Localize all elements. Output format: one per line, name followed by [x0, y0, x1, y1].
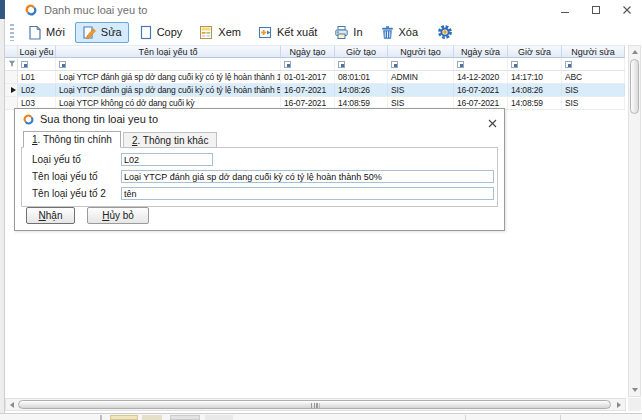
grid-cell: Loại YTCP đánh giá sp dở dang cuối kỳ có… [56, 84, 281, 96]
toolbar-edit-button[interactable]: Sửa [75, 22, 129, 43]
grid-cell: 01-01-2017 [281, 71, 335, 83]
ten-loai-yeu-to-2-label: Tên loại yếu tố 2 [32, 188, 121, 199]
grid-cell: L01 [18, 71, 56, 83]
grid-cell: 14:08:26 [508, 84, 562, 96]
edit-icon [82, 25, 97, 40]
toolbar-view-label: Xem [218, 26, 241, 38]
filter-box-icon [338, 61, 345, 68]
grid-header-nguoi-tao[interactable]: Người tạo [388, 45, 454, 58]
dialog-title: Sua thong tin loai yeu to [40, 113, 158, 125]
toolbar-view-button[interactable]: Xem [192, 22, 248, 43]
scroll-up-arrow-icon[interactable] [629, 46, 640, 58]
grid-cell: 14:08:59 [508, 97, 562, 109]
background-artifact [170, 415, 200, 420]
background-artifact [110, 415, 138, 420]
grid-header-loai-yeu[interactable]: Loại yếu [18, 45, 56, 58]
edit-dialog: Sua thong tin loai yeu to 1. Thông tin c… [14, 108, 505, 231]
dialog-groupbox: Loại yếu tố Tên loại yếu tố Tên loại yếu… [21, 147, 498, 207]
window-title: Danh muc loai yeu to [44, 4, 147, 16]
scrollbar-grip-icon [310, 403, 319, 408]
grid-filter-row [5, 58, 625, 71]
horizontal-scrollbar-thumb[interactable] [18, 400, 611, 409]
ten-loai-yeu-to-input[interactable] [121, 170, 494, 183]
print-icon [334, 25, 349, 40]
filter-cell[interactable] [454, 58, 508, 70]
table-row-selected[interactable]: L02 Loại YTCP đánh giá sp dở dang cuối k… [5, 84, 625, 97]
field-row: Tên loại yếu tố [32, 170, 494, 183]
tab2-label: . Thông tin khác [137, 135, 208, 146]
grid-cell: 08:01:01 [335, 71, 388, 83]
scroll-right-arrow-icon[interactable] [613, 399, 625, 410]
close-button[interactable] [621, 4, 632, 15]
cancel-button[interactable]: Hủy bỏ [87, 207, 149, 224]
horizontal-scrollbar[interactable] [5, 398, 626, 411]
grid-header-nguoi-sua[interactable]: Người sửa [562, 45, 625, 58]
filter-box-icon [565, 61, 572, 68]
loai-yeu-to-input[interactable] [121, 153, 213, 166]
ten-loai-yeu-to-label: Tên loại yếu tố [32, 171, 121, 182]
titlebar: Danh muc loai yeu to [5, 0, 642, 19]
grid-cell: 14-12-2020 [454, 71, 508, 83]
tab1-label: . Thông tin chính [38, 134, 112, 145]
grid-cell: 14:17:10 [508, 71, 562, 83]
filter-box-icon [391, 61, 398, 68]
grid-cell: 16-07-2021 [281, 84, 335, 96]
grid-cell: L02 [18, 84, 56, 96]
field-row: Loại yếu tố [32, 153, 213, 166]
minimize-button[interactable] [559, 4, 570, 15]
filter-funnel-icon [5, 58, 18, 70]
toolbar: Mới Sửa Copy Xem [5, 19, 642, 45]
grid-header-ngay-tao[interactable]: Ngày tạo [281, 45, 335, 58]
toolbar-delete-label: Xóa [399, 26, 419, 38]
grid-header-gio-tao[interactable]: Giờ tạo [335, 45, 388, 58]
grid-header-ten-loai-yeu-to[interactable]: Tên loại yếu tố [56, 45, 281, 58]
toolbar-print-button[interactable]: In [327, 22, 369, 43]
toolbar-copy-button[interactable]: Copy [132, 22, 190, 43]
accept-button[interactable]: Nhận [26, 207, 75, 224]
toolbar-delete-button[interactable]: Xóa [373, 22, 426, 43]
vertical-scrollbar[interactable] [628, 45, 641, 397]
ten-loai-yeu-to-2-input[interactable] [121, 187, 494, 200]
filter-cell[interactable] [281, 58, 335, 70]
grid-cell: 16-07-2021 [454, 84, 508, 96]
scroll-down-arrow-icon[interactable] [629, 384, 640, 396]
window-controls [559, 0, 632, 19]
background-artifact [100, 415, 102, 420]
tab-thong-tin-chinh[interactable]: 1. Thông tin chính [23, 131, 121, 148]
vertical-scrollbar-thumb[interactable] [630, 59, 639, 114]
filter-cell[interactable] [388, 58, 454, 70]
grid-header-ngay-sua[interactable]: Ngày sửa [454, 45, 508, 58]
filter-box-icon [59, 61, 66, 68]
dialog-close-icon[interactable] [488, 114, 497, 132]
dialog-titlebar: Sua thong tin loai yeu to [15, 109, 504, 129]
settings-gear-icon[interactable] [437, 24, 453, 40]
background-window-sliver [0, 413, 642, 420]
filter-box-icon [457, 61, 464, 68]
grid-header-gio-sua[interactable]: Giờ sửa [508, 45, 562, 58]
scrollbar-corner [628, 398, 641, 411]
row-indicator-current [5, 84, 18, 96]
scroll-left-arrow-icon[interactable] [6, 399, 18, 410]
toolbar-grip[interactable] [10, 24, 14, 41]
grid-header-indicator [5, 45, 18, 58]
cancel-label: ủy bỏ [109, 210, 133, 221]
maximize-button[interactable] [590, 4, 601, 15]
filter-cell[interactable] [18, 58, 56, 70]
filter-cell[interactable] [335, 58, 388, 70]
filter-cell[interactable] [562, 58, 625, 70]
filter-box-icon [284, 61, 291, 68]
toolbar-export-label: Kết xuất [277, 26, 317, 38]
toolbar-edit-label: Sửa [101, 26, 122, 38]
toolbar-new-label: Mới [46, 26, 65, 38]
data-grid: Loại yếu Tên loại yếu tố Ngày tạo Giờ tạ… [5, 45, 625, 110]
toolbar-new-button[interactable]: Mới [21, 22, 72, 43]
table-row[interactable]: L01 Loại YTCP đánh giá sp dở dang cuối k… [5, 71, 625, 84]
row-indicator [5, 71, 18, 83]
toolbar-export-button[interactable]: Kết xuất [251, 22, 324, 43]
loai-yeu-to-label: Loại yếu tố [32, 154, 121, 165]
filter-cell[interactable] [56, 58, 281, 70]
filter-cell[interactable] [508, 58, 562, 70]
tab-thong-tin-khac[interactable]: 2. Thông tin khác [123, 132, 218, 148]
copy-icon [139, 25, 153, 40]
grid-cell: SIS [388, 84, 454, 96]
